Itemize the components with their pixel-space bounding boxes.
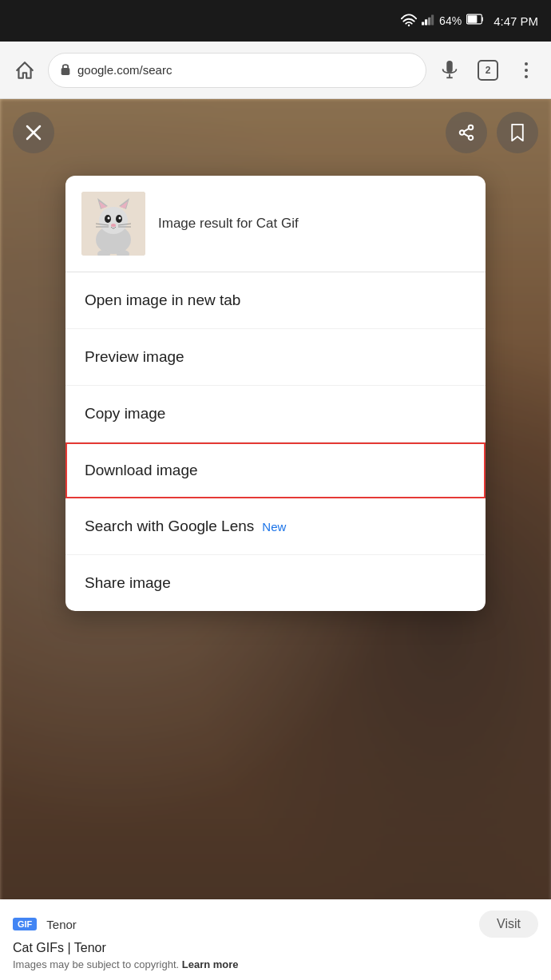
svg-point-28 <box>119 217 121 220</box>
svg-line-17 <box>464 129 469 132</box>
svg-point-27 <box>108 217 110 220</box>
dot1 <box>525 62 528 65</box>
share-button[interactable] <box>446 112 487 153</box>
svg-rect-1 <box>422 22 424 25</box>
dot3 <box>525 75 528 78</box>
battery-icon <box>466 14 484 28</box>
dot2 <box>525 69 528 72</box>
learn-more-link[interactable]: Learn more <box>182 958 239 970</box>
home-button[interactable] <box>10 55 40 85</box>
visit-button[interactable]: Visit <box>479 911 538 938</box>
context-menu: Image result for Cat Gif Open image in n… <box>65 176 486 611</box>
new-badge: New <box>262 520 286 534</box>
copyright-text: Images may be subject to copyright. Lear… <box>13 958 538 970</box>
lock-icon <box>60 62 71 77</box>
tabs-button[interactable]: 2 <box>473 55 503 85</box>
cat-thumbnail-image <box>81 192 145 256</box>
menu-item-preview-image[interactable]: Preview image <box>65 329 486 386</box>
source-name: Tenor <box>46 918 77 931</box>
overlay-top-buttons <box>0 112 551 153</box>
svg-line-16 <box>464 133 469 137</box>
svg-rect-3 <box>428 17 430 25</box>
bottom-bar: GIF Tenor Visit Cat GIFs | Tenor Images … <box>0 899 551 980</box>
svg-rect-2 <box>425 19 427 25</box>
svg-rect-7 <box>61 68 70 75</box>
svg-point-0 <box>408 24 410 26</box>
time: 4:47 PM <box>494 14 538 28</box>
more-button[interactable] <box>511 55 541 85</box>
svg-rect-8 <box>446 60 452 72</box>
mic-button[interactable] <box>434 55 465 85</box>
url-text: google.com/searc <box>77 63 414 77</box>
cat-thumbnail <box>81 192 145 256</box>
tabs-count: 2 <box>478 60 498 81</box>
page-title: Cat GIFs | Tenor <box>13 941 538 955</box>
overlay-right-buttons <box>446 112 538 153</box>
battery-percentage: 64% <box>439 14 462 27</box>
gif-badge: GIF <box>13 918 37 930</box>
svg-rect-6 <box>468 15 478 22</box>
close-button[interactable] <box>13 112 54 153</box>
svg-point-29 <box>111 224 116 227</box>
menu-item-google-lens[interactable]: Search with Google Lens New <box>65 498 486 555</box>
menu-header-text: Image result for Cat Gif <box>158 215 299 232</box>
bottom-bar-row1: GIF Tenor Visit <box>13 911 538 938</box>
menu-item-open-new-tab[interactable]: Open image in new tab <box>65 272 486 329</box>
menu-item-copy-image[interactable]: Copy image <box>65 386 486 442</box>
signal-icon <box>422 14 434 29</box>
menu-item-download-image[interactable]: Download image <box>65 442 486 498</box>
address-bar[interactable]: google.com/searc <box>48 53 426 88</box>
browser-toolbar: google.com/searc 2 <box>0 42 551 99</box>
status-bar: 64% 4:47 PM <box>0 0 551 42</box>
menu-item-share-image[interactable]: Share image <box>65 555 486 611</box>
svg-rect-4 <box>431 14 434 25</box>
menu-header: Image result for Cat Gif <box>65 176 486 272</box>
bookmark-button[interactable] <box>497 112 538 153</box>
wifi-icon <box>401 14 417 29</box>
svg-point-20 <box>99 207 128 234</box>
status-icons: 64% 4:47 PM <box>401 14 538 29</box>
